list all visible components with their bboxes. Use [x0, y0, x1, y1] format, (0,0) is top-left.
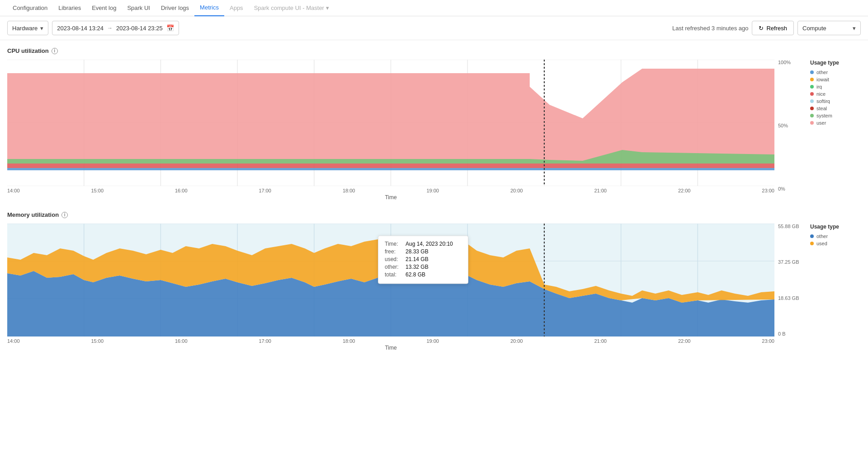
legend-dot-softirq	[810, 99, 814, 103]
memory-axis-title: Time	[7, 345, 774, 351]
cpu-legend: Usage type other iowait irq nice	[807, 60, 861, 201]
tooltip-used-row: used: 21.14 GB	[385, 256, 462, 262]
legend-dot-system	[810, 114, 814, 117]
date-range-picker[interactable]: 2023-08-14 13:24 → 2023-08-14 23:25 📅	[52, 21, 179, 35]
cpu-chart-svg	[7, 60, 774, 186]
tooltip-total-row: total: 62.8 GB	[385, 271, 462, 278]
tooltip-time-label: Time:	[385, 241, 403, 247]
tooltip-free-label: free:	[385, 248, 403, 255]
tooltip-other-label: other:	[385, 264, 403, 270]
date-start: 2023-08-14 13:24	[57, 25, 104, 32]
memory-info-icon[interactable]: i	[61, 212, 68, 218]
cpu-axis-title: Time	[7, 194, 774, 201]
legend-item-irq: irq	[810, 84, 861, 89]
legend-dot-irq	[810, 85, 814, 89]
refresh-label: Refresh	[766, 25, 787, 32]
calendar-icon: 📅	[166, 24, 174, 32]
legend-item-user: user	[810, 120, 861, 126]
cpu-info-icon[interactable]: i	[52, 48, 58, 54]
legend-dot-iowait	[810, 78, 814, 81]
tooltip-total-value: 62.8 GB	[406, 271, 425, 278]
memory-legend-title: Usage type	[810, 224, 861, 230]
tooltip-free-row: free: 28.33 GB	[385, 248, 462, 255]
legend-item-other: other	[810, 70, 861, 75]
legend-item-softirq: softirq	[810, 98, 861, 104]
legend-item-mem-used: used	[810, 241, 861, 246]
nav-driver-logs[interactable]: Driver logs	[156, 0, 194, 16]
tooltip-time-value: Aug 14, 2023 20:10	[406, 241, 453, 247]
nav-spark-ui[interactable]: Spark UI	[122, 0, 156, 16]
arrow-right-icon: →	[107, 25, 113, 31]
compute-label: Compute	[802, 25, 826, 32]
toolbar: Hardware ▾ 2023-08-14 13:24 → 2023-08-14…	[0, 16, 868, 40]
compute-select[interactable]: Compute ▾	[797, 21, 861, 35]
hardware-select[interactable]: Hardware ▾	[7, 21, 48, 35]
tooltip-other-row: other: 13.32 GB	[385, 264, 462, 270]
legend-item-system: system	[810, 113, 861, 118]
memory-chart-section: Memory utilization i	[7, 211, 861, 351]
legend-dot-steal	[810, 107, 814, 110]
cpu-time-axis: 14:00 15:00 16:00 17:00 18:00 19:00 20:0…	[7, 186, 774, 193]
nav-spark-compute-ui: Spark compute UI - Master ▾	[249, 0, 335, 16]
legend-dot-nice	[810, 92, 814, 96]
chevron-down-icon: ▾	[853, 25, 856, 32]
cpu-legend-title: Usage type	[810, 60, 861, 66]
legend-dot-mem-used	[810, 242, 814, 245]
nav-libraries[interactable]: Libraries	[53, 0, 86, 16]
nav-metrics[interactable]: Metrics	[194, 0, 224, 16]
charts-area: CPU utilization i	[0, 40, 868, 369]
tooltip-time-row: Time: Aug 14, 2023 20:10	[385, 241, 462, 247]
tooltip-used-value: 21.14 GB	[406, 256, 429, 262]
memory-time-axis: 14:00 15:00 16:00 17:00 18:00 19:00 20:0…	[7, 336, 774, 344]
memory-tooltip: Time: Aug 14, 2023 20:10 free: 28.33 GB …	[378, 236, 468, 284]
chevron-down-icon: ▾	[40, 25, 43, 32]
top-nav: Configuration Libraries Event log Spark …	[0, 0, 868, 16]
legend-dot-mem-other	[810, 234, 814, 238]
legend-item-mem-other: other	[810, 234, 861, 239]
tooltip-total-label: total:	[385, 271, 403, 278]
nav-apps: Apps	[224, 0, 249, 16]
hardware-label: Hardware	[12, 25, 38, 32]
refresh-button[interactable]: ↻ Refresh	[752, 21, 794, 35]
memory-chart-container: Time: Aug 14, 2023 20:10 free: 28.33 GB …	[7, 224, 861, 351]
last-refreshed-text: Last refreshed 3 minutes ago	[672, 25, 748, 32]
legend-dot-other	[810, 70, 814, 74]
tooltip-used-label: used:	[385, 256, 403, 262]
memory-legend: Usage type other used	[807, 224, 861, 351]
tooltip-free-value: 28.33 GB	[406, 248, 429, 255]
cpu-y-axis: 100% 50% 0%	[774, 60, 799, 201]
memory-chart-title: Memory utilization i	[7, 211, 861, 218]
nav-configuration[interactable]: Configuration	[7, 0, 53, 16]
cpu-chart-container: 14:00 15:00 16:00 17:00 18:00 19:00 20:0…	[7, 60, 861, 201]
nav-event-log[interactable]: Event log	[86, 0, 122, 16]
legend-item-steal: steal	[810, 106, 861, 111]
legend-item-iowait: iowait	[810, 77, 861, 82]
memory-y-axis: 55.88 GB 37.25 GB 18.63 GB 0 B	[774, 224, 799, 351]
cpu-chart-title: CPU utilization i	[7, 47, 861, 54]
date-end: 2023-08-14 23:25	[116, 25, 163, 32]
tooltip-other-value: 13.32 GB	[406, 264, 429, 270]
chevron-down-icon: ▾	[326, 5, 329, 11]
cpu-chart-section: CPU utilization i	[7, 47, 861, 201]
refresh-icon: ↻	[759, 25, 764, 32]
legend-item-nice: nice	[810, 91, 861, 97]
legend-dot-user	[810, 121, 814, 125]
